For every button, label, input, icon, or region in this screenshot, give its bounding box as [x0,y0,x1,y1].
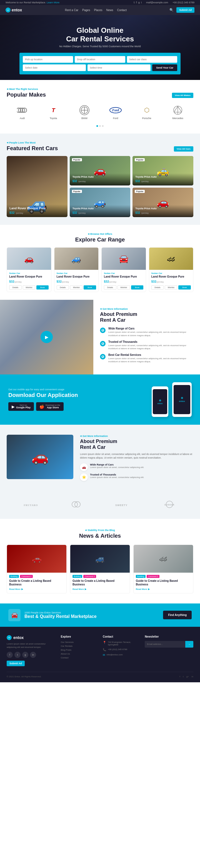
newsletter-email-input[interactable] [145,641,185,648]
view-all-makes-button[interactable]: View All Makes [172,93,193,98]
featured-car-4[interactable]: 🚙 Popular Toyota Prius Auto $32 /perday [70,188,131,217]
cta-find-button[interactable]: Find Anything [163,611,192,619]
search-icon[interactable]: 🔍 [169,8,174,12]
select-time-input[interactable] [87,64,150,71]
audi-logo [15,105,29,115]
pickup-location-input[interactable] [23,56,73,63]
footer-bottom-links: f t g+ in [179,675,193,678]
feature-3-text: Lorem ipsum dolor sit amet, consectetur … [108,357,193,363]
range-book-btn-2[interactable]: Book [84,285,96,289]
range-details-btn-2[interactable]: Details [57,285,69,289]
view-all-cars-button[interactable]: View All Cars [174,146,193,152]
car-class-input[interactable] [127,56,177,63]
nav-pages[interactable]: Pages [82,9,90,12]
range-wishlist-btn-4[interactable]: Wishlist [165,285,177,289]
app-store-button[interactable]: 🍎 Download on the App Store [36,402,64,411]
footer-link-rentals[interactable]: Car Rentals [61,645,97,647]
footer-linkedin-icon[interactable]: in [30,652,36,658]
make-item-bmw[interactable]: BMW [77,105,92,120]
nav-places[interactable]: Places [94,9,102,12]
featured-car-main[interactable]: 🚙 Land Rover Evoque Pure $32 /perday [7,156,67,217]
google-icon[interactable]: 𝕘 [138,1,140,4]
range-wishlist-btn-3[interactable]: Wishlist [117,285,130,289]
read-more-btn-3[interactable]: Read More ▶ [136,588,191,590]
newsletter-submit-button[interactable]: → [185,641,193,648]
range-card-3[interactable]: 🚘 Sedan Car Land Rover Evoque Pure $32/p… [102,247,146,292]
featured-car-3[interactable]: 🚕 Popular Toyota Prius Auto $32 /perday [133,156,193,185]
submit-ad-button[interactable]: Submit Ad [176,7,195,13]
range-name-1: Land Rover Evoque Pure [9,275,49,278]
footer-link-about[interactable]: About Us [61,653,97,655]
svg-line-10 [174,106,178,112]
dropoff-location-input[interactable] [75,56,125,63]
news-body-1: Guide to Create a Listing Based Business… [7,579,66,593]
footer-social-bottom-fb[interactable]: f [179,675,180,678]
range-wishlist-btn-2[interactable]: Wishlist [70,285,83,289]
about2-feature-icon-2: ⭐ [80,473,88,481]
range-card-1[interactable]: 🚗 Sedan Car Land Rover Evoque Pure $32/p… [7,247,51,292]
car-range-grid: 🚗 Sedan Car Land Rover Evoque Pure $32/p… [7,247,193,292]
footer-copyright: © 2021 Entox. All Rights Reserved. [7,675,41,678]
range-wishlist-btn-1[interactable]: Wishlist [23,285,35,289]
news-card-2[interactable]: 🚙 Building Comment 0 Guide to Create a L… [70,545,130,593]
makes-dot-2[interactable] [99,125,101,127]
make-item-toyota[interactable]: T Toyota [46,105,61,120]
range-book-btn-3[interactable]: Book [131,285,144,289]
makes-dot-3[interactable] [102,125,104,127]
range-details-btn-3[interactable]: Details [104,285,116,289]
car-5-price: $32 [135,211,140,214]
phone-mockup-1: ⊕ entox [152,386,168,417]
news-card-3[interactable]: 🏎 Building Comment 0 Guide to Create a L… [133,545,193,593]
make-item-porsche[interactable]: ⬡ Porsche [139,105,154,120]
make-item-audi[interactable]: Audi [15,105,29,120]
footer-social-bottom-tw[interactable]: t [183,675,183,678]
nav-news[interactable]: News [106,9,113,12]
news-card-1[interactable]: 🚗 Building Comment 0 Guide to Create a L… [7,545,67,593]
linkedin-icon[interactable]: 𝕚 [141,1,142,4]
cta-left: 🚘 1000 People Use Entox Services Best & … [8,609,97,621]
facebook-icon[interactable]: 𝕗 [136,1,137,4]
footer-explore: Explore Our Services Car Rentals Blog Po… [61,635,97,666]
read-more-btn-1[interactable]: Read More ▶ [9,588,64,590]
hero-form-row2: Send Your Car [23,64,177,71]
range-book-btn-4[interactable]: Book [178,285,191,289]
select-date-input[interactable] [23,64,86,71]
about2-feature-1: 🚗 Wide Range of Cars Lorem ipsum dolor s… [80,463,193,471]
learn-more-link[interactable]: Learn More [47,1,59,4]
featured-main-price: $32 [9,211,15,214]
range-unit-1: /perday [14,281,22,283]
footer-facebook-icon[interactable]: f [7,652,13,658]
footer-social-bottom-li[interactable]: in [192,675,193,678]
footer-link-services[interactable]: Our Services [61,641,97,644]
play-button[interactable]: ▶ [40,331,53,343]
read-more-btn-2[interactable]: Read More ▶ [73,588,127,590]
makes-dot-1[interactable] [96,125,98,127]
featured-car-2[interactable]: 🚗 Popular Toyota Prius Auto $32 /perday [70,156,131,185]
nav-rent-car[interactable]: Rent a Car [65,9,78,12]
range-card-2[interactable]: 🚙 Sedan Car Land Rover Evoque Pure $32/p… [54,247,99,292]
nav-links: Rent a Car Pages Places News Contact [65,9,127,12]
cta-top-text: 1000 People Use Entox Services [24,611,97,614]
footer-google-icon[interactable]: g [22,652,28,658]
logo[interactable]: e entox [5,7,22,12]
featured-section: People Love The Most Featured Rent Cars … [0,133,200,225]
range-details-btn-1[interactable]: Details [9,285,22,289]
footer-link-blog[interactable]: Blog Posts [61,649,97,651]
footer-social-bottom-gp[interactable]: g+ [187,675,189,678]
partner-logo-4: OUNKER [161,500,178,508]
footer-link-contact[interactable]: Contact [61,656,97,659]
footer-twitter-icon[interactable]: t [15,652,21,658]
porsche-label: Porsche [142,117,151,120]
range-card-4[interactable]: 🏎 Sedan Car Land Rover Evoque Pure $32/p… [149,247,194,292]
send-car-button[interactable]: Send Your Car [152,64,177,71]
range-book-btn-1[interactable]: Book [36,285,49,289]
newsletter-form: → [145,641,193,648]
make-item-ford[interactable]: Ford Ford [108,105,123,120]
featured-car-5[interactable]: 🚗 Popular Toyota Prius Auto $32 /perday [133,188,193,217]
nav-contact[interactable]: Contact [117,9,126,12]
range-details-btn-4[interactable]: Details [151,285,164,289]
footer-submit-btn[interactable]: Submit Ad [7,661,25,666]
twitter-icon[interactable]: 𝕥 [134,1,135,4]
google-play-button[interactable]: ▶ Get it on Google Play [8,402,34,411]
make-item-mercedes[interactable]: Mercedes [171,105,185,120]
